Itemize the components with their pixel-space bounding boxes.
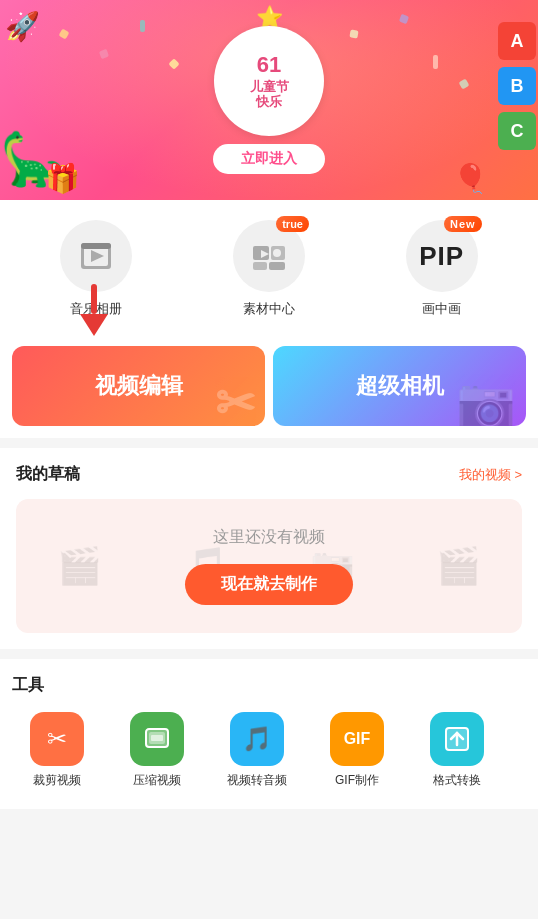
- banner-cta-button[interactable]: 立即进入: [213, 144, 325, 174]
- tools-title: 工具: [12, 675, 526, 696]
- svg-point-8: [273, 249, 281, 257]
- confetti-8: [349, 29, 358, 38]
- gift-icon: 🎁: [45, 162, 80, 195]
- block-a: A: [498, 22, 536, 60]
- banner-circle: 61 儿童节 快乐: [214, 26, 324, 136]
- abc-blocks: A B C: [496, 20, 538, 152]
- svg-rect-7: [269, 262, 285, 270]
- super-camera-label: 超级相机: [356, 371, 444, 401]
- big-buttons-row: 视频编辑 ✂ 超级相机 📷: [0, 334, 538, 438]
- material-center-icon: true: [233, 220, 305, 292]
- tool-format-convert[interactable]: 格式转换: [412, 712, 502, 789]
- red-arrow-indicator: [80, 284, 108, 336]
- pip-label: 画中画: [422, 300, 461, 318]
- compress-video-label: 压缩视频: [133, 772, 181, 789]
- rocket-icon: 🚀: [5, 10, 40, 43]
- my-videos-link[interactable]: 我的视频 >: [459, 466, 522, 484]
- cut-video-icon: ✂: [30, 712, 84, 766]
- format-convert-label: 格式转换: [433, 772, 481, 789]
- arrow-shaft: [91, 284, 97, 314]
- banner: 🚀 🦕 🎁 A B C 🎈 ⭐ 61 儿童节 快乐 立即进入: [0, 0, 538, 200]
- gif-make-label: GIF制作: [335, 772, 379, 789]
- tool-cut-video[interactable]: ✂ 裁剪视频: [12, 712, 102, 789]
- drafts-title: 我的草稿: [16, 464, 80, 485]
- tool-gif-make[interactable]: GIF GIF制作: [312, 712, 402, 789]
- tool-compress-video[interactable]: 压缩视频: [112, 712, 202, 789]
- svg-rect-6: [253, 262, 267, 270]
- block-b: B: [498, 67, 536, 105]
- confetti-3: [140, 20, 145, 32]
- video-edit-button[interactable]: 视频编辑 ✂: [12, 346, 265, 426]
- svg-rect-3: [81, 243, 111, 249]
- arrow-head: [80, 314, 108, 336]
- icon-material-center[interactable]: true 素材中心: [214, 220, 324, 318]
- super-camera-button[interactable]: 超级相机 📷: [273, 346, 526, 426]
- make-now-button[interactable]: 现在就去制作: [185, 564, 353, 605]
- drafts-header: 我的草稿 我的视频 >: [16, 464, 522, 485]
- tool-video-to-audio[interactable]: 🎵 视频转音频: [212, 712, 302, 789]
- balloon-icon: 🎈: [453, 162, 488, 195]
- cut-video-label: 裁剪视频: [33, 772, 81, 789]
- pip-icon: New PIP: [406, 220, 478, 292]
- gif-make-icon: GIF: [330, 712, 384, 766]
- icon-pip[interactable]: New PIP 画中画: [387, 220, 497, 318]
- tools-row: ✂ 裁剪视频 压缩视频 🎵 视频转音频 GIF GIF制作: [12, 712, 526, 789]
- compress-video-icon: [130, 712, 184, 766]
- confetti-6: [433, 55, 438, 69]
- banner-center-content: 61 儿童节 快乐 立即进入: [213, 26, 325, 174]
- video-to-audio-icon: 🎵: [230, 712, 284, 766]
- block-c: C: [498, 112, 536, 150]
- camera-bg-icon: 📷: [456, 375, 516, 426]
- empty-drafts-text: 这里还没有视频: [213, 527, 325, 548]
- new-badge-material: true: [276, 216, 309, 232]
- video-to-audio-label: 视频转音频: [227, 772, 287, 789]
- material-center-label: 素材中心: [243, 300, 295, 318]
- new-badge-pip: New: [444, 216, 482, 232]
- video-edit-label: 视频编辑: [95, 371, 183, 401]
- drafts-section: 我的草稿 我的视频 > 🎬 🎵 📷 🎬 这里还没有视频 现在就去制作: [0, 448, 538, 649]
- tools-section: 工具 ✂ 裁剪视频 压缩视频 🎵 视频转音频 GIF GIF制作: [0, 659, 538, 809]
- svg-rect-13: [151, 735, 163, 741]
- music-album-icon: [60, 220, 132, 292]
- empty-drafts-area: 🎬 🎵 📷 🎬 这里还没有视频 现在就去制作: [16, 499, 522, 633]
- video-edit-bg-icon: ✂: [215, 375, 255, 426]
- format-convert-icon: [430, 712, 484, 766]
- banner-title: 61 儿童节 快乐: [250, 52, 289, 110]
